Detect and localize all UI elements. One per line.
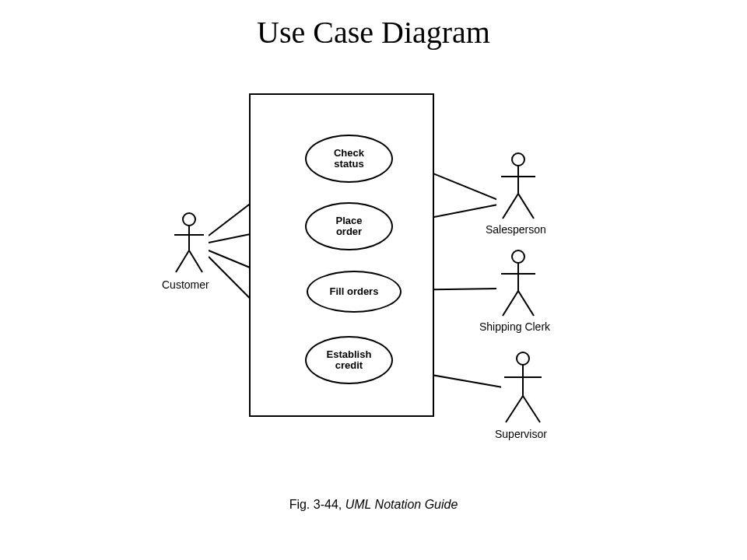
diagram-canvas: Telephone Catalog Checkstatus Placeorder… — [0, 0, 747, 560]
stick-figure-icon — [170, 212, 209, 275]
svg-line-21 — [503, 291, 518, 316]
usecase-label: Checkstatus — [334, 148, 364, 170]
usecase-fill-orders: Fill orders — [307, 271, 402, 313]
svg-line-27 — [523, 396, 540, 422]
svg-line-22 — [518, 291, 534, 316]
usecase-establish-credit: Establishcredit — [305, 336, 393, 384]
svg-point-18 — [512, 250, 524, 263]
actor-salesperson — [496, 152, 540, 222]
actor-supervisor — [501, 351, 545, 425]
usecase-label: Placeorder — [336, 215, 363, 238]
actor-customer — [170, 212, 209, 275]
svg-point-8 — [183, 213, 195, 226]
svg-line-17 — [518, 194, 534, 219]
usecase-check-status: Checkstatus — [305, 135, 393, 183]
stick-figure-icon — [501, 351, 545, 425]
stick-figure-icon — [496, 249, 540, 319]
svg-line-12 — [189, 250, 202, 272]
stick-figure-icon — [496, 152, 540, 222]
svg-point-23 — [517, 352, 529, 365]
svg-line-16 — [503, 194, 518, 219]
usecase-label: Establishcredit — [327, 349, 372, 372]
svg-line-11 — [176, 250, 189, 272]
actor-shipping-clerk — [496, 249, 540, 319]
svg-point-13 — [512, 153, 524, 166]
usecase-place-order: Placeorder — [305, 202, 393, 250]
usecase-label: Fill orders — [330, 286, 379, 297]
svg-line-26 — [506, 396, 523, 422]
